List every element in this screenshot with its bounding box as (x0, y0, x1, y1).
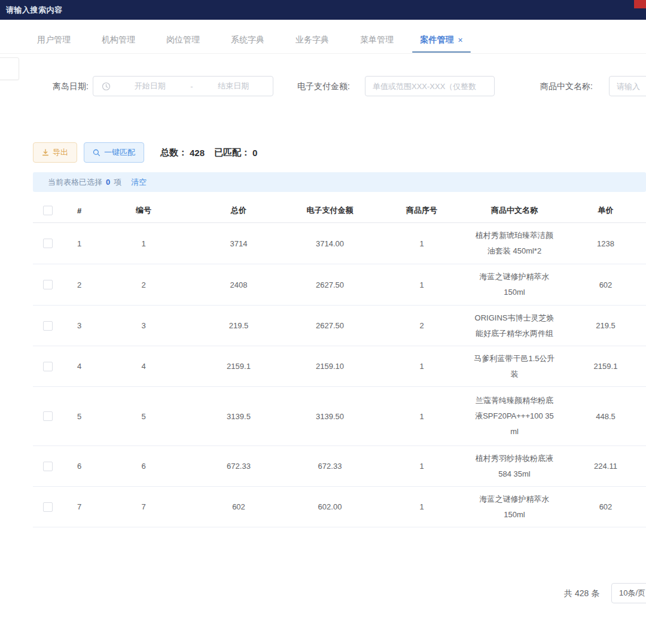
matched-count-value: 0 (252, 148, 257, 158)
end-date-input[interactable]: 结束日期 (194, 81, 273, 91)
selection-count: 0 (106, 178, 110, 187)
cell-code: 4 (96, 362, 191, 371)
product-name-field-box (609, 76, 646, 96)
results-table: # 编号 总价 电子支付金额 商品序号 商品中文名称 单价 1 1 3714 3… (33, 199, 646, 541)
tab-org-management[interactable]: 机构管理 (86, 26, 151, 53)
selection-suffix: 项 (114, 177, 121, 188)
row-checkbox[interactable] (43, 502, 53, 512)
col-epay: 电子支付金额 (286, 205, 374, 216)
table-row: 3 3 219.5 2627.50 2 ORIGINS韦博士灵芝焕能好底子精华水… (33, 306, 646, 346)
tab-user-management[interactable]: 用户管理 (22, 26, 86, 53)
cell-name: 植村秀羽纱持妆粉底液 584 35ml (470, 451, 559, 482)
col-name: 商品中文名称 (470, 203, 559, 218)
cell-index: 1 (63, 239, 96, 248)
depart-date-label: 离岛日期: (53, 76, 89, 96)
page-size-select[interactable]: 10条/页 (611, 583, 646, 603)
cell-seq: 1 (374, 502, 470, 511)
active-tab-underline (412, 51, 471, 53)
selection-info-bar: 当前表格已选择 0 项 清空 (33, 172, 646, 192)
tab-system-dict[interactable]: 系统字典 (215, 26, 280, 53)
cell-epay: 2627.50 (286, 280, 374, 289)
total-count-value: 428 (190, 148, 205, 158)
cell-seq: 1 (374, 412, 470, 421)
table-row: 8 8 1363.47 1363.47 1 卡诗菁纯亮泽经典香氛 453.11 (33, 527, 646, 541)
row-checkbox[interactable] (43, 321, 53, 331)
product-name-input[interactable] (610, 77, 646, 96)
table-row: 5 5 3139.5 3139.50 1 兰蔻菁纯臻颜精华粉底液SPF20PA+… (33, 387, 646, 446)
cell-code: 3 (96, 321, 191, 330)
epay-amount-label: 电子支付金额: (297, 76, 350, 96)
tab-case-management[interactable]: 案件管理 × (409, 26, 474, 53)
cell-code: 1 (96, 239, 191, 248)
col-total: 总价 (191, 205, 286, 216)
cell-seq: 1 (374, 280, 470, 289)
tab-business-dict[interactable]: 业务字典 (280, 26, 345, 53)
row-checkbox[interactable] (43, 362, 53, 371)
export-button[interactable]: 导出 (33, 142, 77, 163)
one-click-match-button[interactable]: 一键匹配 (84, 142, 144, 163)
cell-epay: 3139.50 (286, 412, 374, 421)
cell-total: 219.5 (191, 321, 286, 330)
tab-menu-management[interactable]: 菜单管理 (345, 26, 409, 53)
cell-total: 2408 (191, 280, 286, 289)
cell-index: 6 (63, 462, 96, 471)
cell-unit: 448.5 (559, 412, 646, 421)
cell-epay: 602.00 (286, 502, 374, 511)
cell-seq: 1 (374, 362, 470, 371)
cell-unit: 224.11 (559, 462, 646, 471)
start-date-input[interactable]: 开始日期 (111, 81, 189, 91)
cell-index: 3 (63, 321, 96, 330)
row-checkbox[interactable] (43, 462, 53, 471)
matched-count-label: 已匹配： (214, 147, 250, 158)
table-row: 7 7 602 602.00 1 海蓝之谜修护精萃水 150ml 602 (33, 487, 646, 527)
match-stats: 总数： 428 已匹配： 0 (160, 142, 257, 163)
cell-total: 672.33 (191, 462, 286, 471)
close-icon[interactable]: × (458, 35, 462, 45)
epay-amount-input[interactable] (365, 77, 494, 96)
cell-epay: 3714.00 (286, 239, 374, 248)
tab-post-management[interactable]: 岗位管理 (151, 26, 215, 53)
cell-total: 3714 (191, 239, 286, 248)
cell-name: 植村秀新琥珀臻萃洁颜油套装 450ml*2 (470, 228, 559, 259)
cell-code: 7 (96, 502, 191, 511)
cell-name: 海蓝之谜修护精萃水 150ml (470, 269, 559, 300)
cell-name: 兰蔻菁纯臻颜精华粉底液SPF20PA+++100 35 ml (470, 393, 559, 439)
cell-index: 2 (63, 280, 96, 289)
cell-seq: 2 (374, 321, 470, 330)
cell-epay: 2627.50 (286, 321, 374, 330)
cell-code: 6 (96, 462, 191, 471)
col-seq: 商品序号 (374, 205, 470, 216)
cell-unit: 219.5 (559, 321, 646, 330)
cell-unit: 602 (559, 502, 646, 511)
col-code: 编号 (96, 205, 191, 216)
product-name-label: 商品中文名称: (540, 76, 593, 96)
download-icon (42, 149, 49, 156)
cell-code: 5 (96, 412, 191, 421)
row-checkbox[interactable] (43, 239, 53, 248)
depart-date-range-picker[interactable]: 开始日期 - 结束日期 (93, 76, 273, 96)
cell-name: 马爹利蓝带干邑1.5公升装 (470, 351, 559, 382)
table-row: 6 6 672.33 672.33 1 植村秀羽纱持妆粉底液 584 35ml … (33, 446, 646, 487)
clear-selection-link[interactable]: 清空 (131, 177, 147, 188)
cell-index: 5 (63, 412, 96, 421)
col-unit: 单价 (559, 205, 646, 216)
corner-badge (634, 0, 646, 8)
cell-total: 602 (191, 502, 286, 511)
selection-prefix: 当前表格已选择 (48, 177, 102, 188)
cell-index: 7 (63, 502, 96, 511)
select-all-cell (33, 206, 63, 216)
col-index: # (63, 206, 96, 215)
date-range-separator: - (189, 82, 194, 91)
row-checkbox[interactable] (43, 280, 53, 289)
cell-epay: 672.33 (286, 462, 374, 471)
cell-total: 3139.5 (191, 412, 286, 421)
select-all-checkbox[interactable] (43, 206, 53, 215)
cell-unit: 602 (559, 280, 646, 289)
cell-seq: 1 (374, 239, 470, 248)
global-search-input[interactable]: 请输入搜索内容 (6, 0, 63, 20)
table-header-row: # 编号 总价 电子支付金额 商品序号 商品中文名称 单价 (33, 199, 646, 223)
row-checkbox[interactable] (43, 411, 53, 421)
tab-bar: 用户管理 机构管理 岗位管理 系统字典 业务字典 菜单管理 案件管理 × (0, 26, 646, 54)
cell-epay: 2159.10 (286, 362, 374, 371)
top-navbar: 请输入搜索内容 (0, 0, 646, 20)
